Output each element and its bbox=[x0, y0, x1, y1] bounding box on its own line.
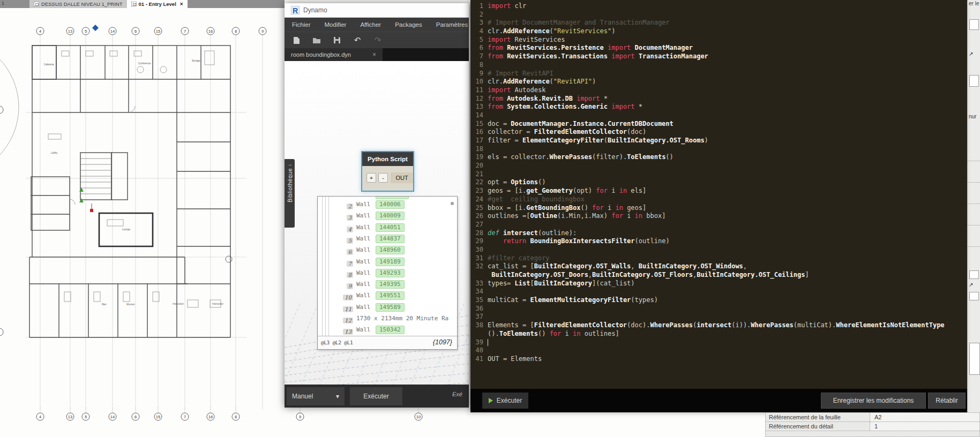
watch-list: 2Wall1400063Wall1400094Wall1440515Wall14… bbox=[318, 197, 457, 336]
code-line: 3# Import DocumentManager and Transactio… bbox=[470, 19, 967, 27]
close-file-tab-icon[interactable]: × bbox=[372, 51, 376, 58]
elevation-marker-icon bbox=[92, 25, 99, 31]
room-label: Cafeteria bbox=[44, 63, 54, 66]
python-node-out-port[interactable]: OUT bbox=[391, 172, 413, 183]
run-mode-select[interactable]: Manuel ▾ bbox=[287, 387, 345, 405]
watch-row: 8Wall149293 bbox=[318, 269, 457, 279]
code-line: 13from System.Collections.Generic import… bbox=[470, 103, 967, 111]
room-labels: CafeteriaConferenceStorageLobbyLoungeMen… bbox=[44, 59, 223, 306]
grid-bubble-partial bbox=[0, 106, 3, 114]
text-cursor bbox=[488, 339, 488, 346]
radial-grid-arc bbox=[0, 37, 19, 177]
editor-run-button[interactable]: Exécuter bbox=[482, 393, 528, 409]
watch-row: 7Wall149189 bbox=[318, 258, 457, 268]
svg-text:8: 8 bbox=[235, 29, 237, 34]
svg-text:6: 6 bbox=[134, 29, 137, 34]
clipped-text-fragment: nur bbox=[969, 114, 980, 119]
svg-text:4: 4 bbox=[39, 415, 41, 419]
screen: 41351461571689 4135146157168910 Cafeteri… bbox=[0, 0, 980, 437]
watch-row: 2Wall140006 bbox=[318, 201, 457, 210]
python-node-remove-input-button[interactable]: - bbox=[378, 173, 388, 183]
code-line: 4clr.AddReference("RevitServices") bbox=[470, 27, 967, 36]
code-line: 39 bbox=[470, 338, 967, 347]
code-line: 19els = collector.WherePasses(filter).To… bbox=[470, 153, 967, 162]
code-line: 31#filter category bbox=[470, 254, 967, 263]
python-node-add-input-button[interactable]: + bbox=[366, 173, 376, 183]
code-line: 23geos = [i.get_Geometry(opt) for i in e… bbox=[470, 187, 967, 195]
dynamo-tabstrip: room boundingbox.dyn × bbox=[285, 48, 469, 61]
file-tab[interactable]: room boundingbox.dyn × bbox=[285, 48, 383, 61]
code-line: 32cat_list = [BuiltInCategory.OST_Walls,… bbox=[470, 262, 967, 271]
code-line: 34 bbox=[470, 288, 967, 296]
code-line: 9# Import RevitAPI bbox=[470, 70, 967, 78]
open-file-icon[interactable] bbox=[312, 36, 321, 44]
code-line: 27 bbox=[470, 221, 967, 229]
dynamo-titlebar[interactable]: R Dynamo bbox=[285, 3, 469, 18]
furniture bbox=[48, 51, 221, 307]
editor-bottom-bar: Exécuter Enregistrer les modifications R… bbox=[470, 389, 967, 412]
dynamo-canvas[interactable]: Python Script + - OUT 2Wall1400063Wall14… bbox=[285, 61, 469, 385]
view-tab-fragment[interactable]: 1 bbox=[0, 0, 5, 8]
structural-grid-lines bbox=[40, 35, 263, 410]
menu-item-modifier[interactable]: Modifier bbox=[325, 21, 347, 28]
arrow-right-icon: → bbox=[287, 161, 293, 167]
svg-text:9: 9 bbox=[261, 29, 264, 34]
watch-level-tags[interactable]: @L3 @L2 @L1 bbox=[321, 340, 353, 345]
svg-text:13: 13 bbox=[68, 29, 72, 34]
dynamo-run-button[interactable]: Exécuter bbox=[350, 387, 402, 405]
grid-bubble-partial bbox=[0, 328, 3, 336]
svg-text:5: 5 bbox=[85, 29, 87, 34]
dynamo-window: R Dynamo FichierModifierAfficherPackages… bbox=[285, 3, 469, 408]
menu-item-paramtres[interactable]: Paramètres bbox=[436, 21, 468, 28]
menu-item-afficher[interactable]: Afficher bbox=[360, 21, 381, 28]
code-line: BuiltInCategory.OST_Doors,BuiltInCategor… bbox=[470, 271, 967, 280]
revert-button[interactable]: Rétablir bbox=[928, 393, 966, 409]
code-text-area[interactable]: 1import clr23# Import DocumentManager an… bbox=[470, 0, 967, 389]
save-icon[interactable] bbox=[333, 36, 341, 44]
room-label: Lobby bbox=[51, 152, 58, 154]
window-title: Dynamo bbox=[303, 6, 327, 14]
menu-item-packages[interactable]: Packages bbox=[395, 21, 422, 28]
code-line: 14 bbox=[470, 111, 967, 120]
plan-view-icon bbox=[131, 2, 137, 6]
code-line: 20 bbox=[470, 162, 967, 170]
watch-item-count: {1097} bbox=[433, 338, 452, 346]
view-tab-dessus-dalle[interactable]: DESSUS DALLE NIVEAU 1_PRINT bbox=[29, 0, 127, 8]
python-script-node[interactable]: Python Script + - OUT bbox=[362, 152, 413, 191]
svg-text:14: 14 bbox=[110, 29, 115, 34]
svg-text:14: 14 bbox=[110, 415, 115, 419]
menu-item-fichier[interactable]: Fichier bbox=[292, 21, 311, 28]
code-line: 11import Autodesk bbox=[470, 86, 967, 95]
code-line: 22opt = Options() bbox=[470, 178, 967, 187]
code-line: 15doc = DocumentManager.Instance.Current… bbox=[470, 120, 967, 129]
background-app-edge: er le ↗ nur ↗ bbox=[967, 0, 980, 412]
code-line: 5import RevitServices bbox=[470, 36, 967, 44]
redo-icon[interactable]: ↷ bbox=[373, 36, 382, 44]
code-line: 30 bbox=[470, 246, 967, 254]
new-file-icon[interactable] bbox=[292, 36, 301, 44]
svg-text:16: 16 bbox=[208, 415, 213, 419]
code-line: 24#get ceiling boundingbox bbox=[470, 195, 967, 204]
library-panel-tab[interactable]: → Bibliothèque bbox=[285, 159, 295, 228]
svg-text:15: 15 bbox=[156, 29, 160, 34]
code-line: 7from RevitServices.Transactions import … bbox=[470, 52, 967, 61]
watch-partial-row bbox=[376, 197, 409, 199]
code-line: 18 bbox=[470, 145, 967, 154]
stair-treads bbox=[80, 159, 111, 194]
room-label: Lounge bbox=[122, 228, 131, 231]
watch-row: 6Wall148960 bbox=[318, 246, 457, 256]
code-line: 29 return BoundingBoxIntersectsFilter(ou… bbox=[470, 237, 967, 246]
watch-scrollbar[interactable] bbox=[451, 202, 454, 205]
svg-text:7: 7 bbox=[184, 415, 186, 419]
grid-bubbles-top: 41351461571689 bbox=[36, 27, 266, 35]
watch-row: 121730 x 2134mm 20 Minute Ra bbox=[318, 315, 457, 325]
close-tab-icon[interactable]: × bbox=[180, 1, 183, 7]
watch-node[interactable]: 2Wall1400063Wall1400094Wall1440515Wall14… bbox=[317, 196, 458, 350]
walls bbox=[29, 46, 230, 337]
view-tab-entry-level[interactable]: 01 - Entry Level × bbox=[127, 0, 188, 8]
undo-icon[interactable]: ↶ bbox=[353, 36, 362, 44]
python-node-header[interactable]: Python Script bbox=[362, 152, 413, 166]
room-label: Conference bbox=[138, 62, 151, 65]
save-changes-button[interactable]: Enregistrer les modifications bbox=[821, 393, 926, 409]
svg-text:9: 9 bbox=[299, 415, 301, 419]
